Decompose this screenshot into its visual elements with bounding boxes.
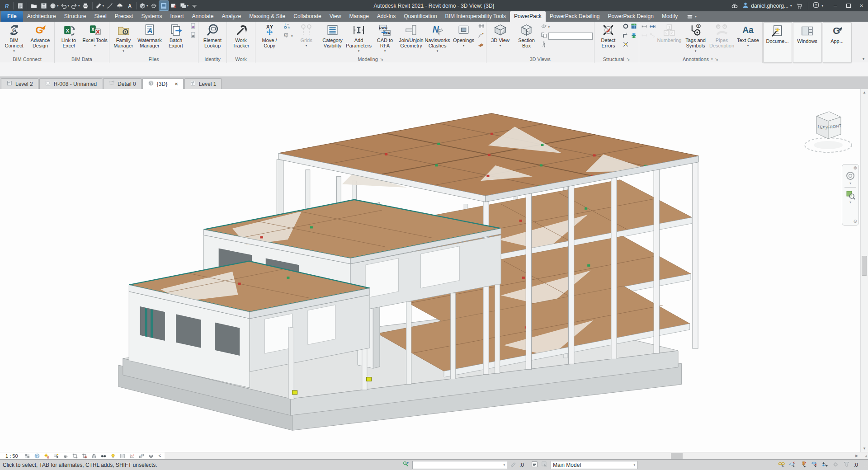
corner-button[interactable] xyxy=(622,32,629,40)
undo-button[interactable]: ▾ xyxy=(60,1,70,10)
ribbon-display-toggle[interactable]: ▾ xyxy=(686,14,697,22)
text-button[interactable]: A xyxy=(125,1,134,10)
app--button[interactable]: GApp... xyxy=(824,23,850,55)
steering-wheel-icon[interactable] xyxy=(845,170,856,181)
lr-gear-button[interactable]: LR xyxy=(283,23,293,31)
restore-button[interactable] xyxy=(842,0,855,11)
dialog-launcher-icon[interactable]: ↘ xyxy=(627,57,630,61)
panel-label[interactable]: Structural↘ xyxy=(594,55,639,63)
split-button[interactable] xyxy=(622,41,629,49)
rendering-button[interactable] xyxy=(61,453,70,459)
select-underlay-toggle[interactable] xyxy=(788,461,796,470)
a-tag-button[interactable]: A▾ xyxy=(283,32,293,40)
detail-level-button[interactable] xyxy=(24,453,32,459)
ribbon-tab-powerpack[interactable]: PowerPack xyxy=(510,11,546,22)
view-name-input[interactable] xyxy=(548,33,593,40)
sun-path-button[interactable] xyxy=(42,453,51,459)
navigation-bar[interactable]: ⊗ ▾ ▾ ⊖ xyxy=(842,164,859,226)
vertical-scrollbar-thumb[interactable] xyxy=(862,256,867,276)
measure-button[interactable]: ▾ xyxy=(94,1,105,10)
plane-button[interactable]: ▾ xyxy=(540,23,593,31)
ribbon-tab-bim-interoperability-tools[interactable]: BIM Interoperability Tools xyxy=(441,11,510,22)
scroll-down-arrow[interactable]: ▼ xyxy=(861,445,868,452)
revit-logo-button[interactable]: R xyxy=(2,1,11,10)
view-tab-level-2[interactable]: Level 2 xyxy=(1,78,38,89)
fence-button[interactable] xyxy=(477,23,485,31)
drawing-area[interactable]: LEFT FRONT ⊗ ▾ ▾ ⊖ ▲ ▼ xyxy=(0,89,868,452)
transfer-button[interactable]: ▾ xyxy=(49,1,59,10)
zoom-tool-icon[interactable] xyxy=(845,189,856,200)
panel-label[interactable]: BIM Data xyxy=(55,55,109,63)
ribbon-tab-annotate[interactable]: Annotate xyxy=(188,11,217,22)
temp-view-button[interactable] xyxy=(118,453,127,459)
docume--button[interactable]: Docume... xyxy=(764,23,791,55)
default-3d-view-button[interactable]: ▾ xyxy=(138,1,149,10)
design-options-icon[interactable] xyxy=(531,461,538,470)
drag-on-selection-toggle[interactable] xyxy=(821,461,829,470)
3d-view-button[interactable]: 3D View▾ xyxy=(487,22,514,55)
close-button[interactable]: × xyxy=(855,0,868,11)
displacement-button[interactable] xyxy=(137,453,146,459)
crop-view-button[interactable] xyxy=(71,453,79,459)
work-tracker-button[interactable]: Work Tracker xyxy=(228,22,254,55)
ribbon-tab-file[interactable]: File xyxy=(1,11,23,22)
ribbon-tab-architecture[interactable]: Architecture xyxy=(23,11,60,22)
customize-qat-button[interactable] xyxy=(189,1,199,10)
search-icon[interactable] xyxy=(730,1,739,10)
dialog-launcher-icon[interactable]: ↘ xyxy=(380,57,384,61)
horizontal-scrollbar-thumb[interactable] xyxy=(671,453,683,459)
select-pinned-toggle[interactable] xyxy=(799,461,807,470)
view-cube[interactable]: LEFT FRONT xyxy=(799,106,857,156)
panel-label[interactable]: Modeling↘ xyxy=(255,55,486,63)
advance-design-button[interactable]: GAdvance Design xyxy=(27,22,53,55)
editable-only-icon[interactable] xyxy=(509,461,517,470)
reveal-hidden-button[interactable] xyxy=(109,453,117,459)
family-manager-button[interactable]: Family Manager▾ xyxy=(110,22,137,55)
aligned-dimension-button[interactable] xyxy=(105,1,114,10)
ribbon-tab-view[interactable]: View xyxy=(326,11,345,22)
batch-export-button[interactable]: Batch Export xyxy=(163,22,189,55)
user-account-menu[interactable]: daniel.gheorg... ▾ xyxy=(742,1,792,10)
section-box-button[interactable]: Section Box xyxy=(514,22,540,55)
horizontal-scrollbar[interactable] xyxy=(165,452,853,459)
ribbon-tab-powerpack-design[interactable]: PowerPack Design xyxy=(604,11,658,22)
minimize-button[interactable]: – xyxy=(829,0,842,11)
visual-style-button[interactable] xyxy=(33,453,41,459)
chevron-down-icon[interactable]: ▾ xyxy=(849,181,851,185)
panel-label[interactable] xyxy=(793,55,821,62)
building-model[interactable] xyxy=(0,89,868,452)
ribbon-tab-analyze[interactable]: Analyze xyxy=(218,11,245,22)
view-tab--3d-[interactable]: {3D}× xyxy=(142,78,184,89)
detect-errors-button[interactable]: Detect Errors xyxy=(595,22,622,55)
cad-to-rfa-button[interactable]: DWGRFACAD to RFA▾ xyxy=(372,22,398,55)
crop-region-button[interactable] xyxy=(80,453,89,459)
chevron-down-icon[interactable]: ▾ xyxy=(849,200,851,204)
active-design-option-select[interactable]: Main Model▾ xyxy=(551,461,637,469)
thin-lines-button[interactable] xyxy=(159,1,169,10)
dialog-launcher-icon[interactable]: ↘ xyxy=(715,57,719,61)
view-tab-detail-0[interactable]: Detail 0 xyxy=(103,78,142,89)
windows-button[interactable]: Windows xyxy=(794,23,821,55)
constraints-button[interactable] xyxy=(147,453,155,459)
element-lookup-button[interactable]: Element Lookup xyxy=(199,22,226,55)
text-case-button[interactable]: AaText Case▾ xyxy=(735,22,761,55)
watermark-manager-button[interactable]: AWatermark Manager xyxy=(137,22,163,55)
rvt-file-button[interactable]: RVT xyxy=(189,23,197,31)
link-to-excel-button[interactable]: XLink to Excel xyxy=(56,22,82,55)
ribbon-tab-powerpack-detailing[interactable]: PowerPack Detailing xyxy=(546,11,604,22)
scroll-up-arrow[interactable]: ▲ xyxy=(861,89,868,96)
switch-windows-button[interactable]: ▾ xyxy=(179,1,189,10)
expand-view-control-bar[interactable]: < xyxy=(156,453,164,458)
ribbon-tab-structure[interactable]: Structure xyxy=(60,11,90,22)
panel-label[interactable]: BIM Connect xyxy=(0,55,54,63)
panel-label[interactable] xyxy=(823,55,851,62)
tag-by-category-button[interactable]: 1 xyxy=(115,1,124,10)
ribbon-tab-steel[interactable]: Steel xyxy=(90,11,110,22)
active-workset-select[interactable]: ▾ xyxy=(412,461,507,469)
view-tab-level-1[interactable]: Level 1 xyxy=(184,78,222,89)
bim-connect-button[interactable]: GBIM Connect▾ xyxy=(1,22,27,55)
panel-overflow-icon[interactable]: ▾ xyxy=(859,57,868,63)
panel-label[interactable]: Identity xyxy=(198,55,226,63)
ribbon-tab-precast[interactable]: Precast xyxy=(111,11,137,22)
panel-label[interactable]: 3D Views xyxy=(486,55,594,63)
